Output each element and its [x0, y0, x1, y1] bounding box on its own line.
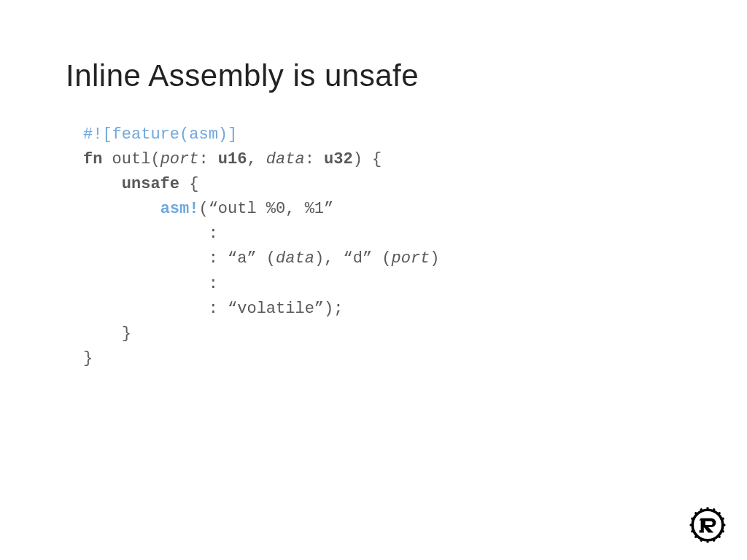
param-data: data: [266, 150, 305, 168]
svg-rect-9: [706, 539, 708, 542]
colon: :: [209, 225, 218, 243]
type-u32: u32: [324, 150, 353, 168]
sep: :: [305, 150, 324, 168]
param-port: port: [160, 150, 199, 168]
var-data: data: [276, 249, 314, 268]
kw-unsafe: unsafe: [122, 175, 179, 193]
indent: [83, 225, 209, 243]
indent: [83, 324, 122, 343]
type-u16: u16: [218, 150, 247, 168]
sep: ,: [247, 150, 266, 168]
indent: [83, 175, 122, 193]
constraint: : “a” (: [209, 249, 276, 268]
code-attr: #![feature(asm)]: [83, 125, 237, 144]
svg-rect-1: [706, 508, 708, 511]
fn-name: outl(: [102, 150, 160, 168]
code-block: #![feature(asm)] fn outl(port: u16, data…: [83, 122, 681, 371]
svg-rect-5: [721, 524, 725, 526]
rust-logo-icon: [689, 506, 727, 544]
volatile: : “volatile”);: [209, 300, 344, 318]
slide: Inline Assembly is unsafe #![feature(asm…: [0, 0, 747, 560]
slide-title: Inline Assembly is unsafe: [66, 58, 681, 93]
brace: {: [179, 175, 198, 193]
kw-fn: fn: [83, 150, 102, 168]
brace: }: [83, 349, 93, 368]
brace: }: [122, 324, 131, 343]
sep: :: [198, 150, 217, 168]
brace: ) {: [353, 150, 382, 168]
indent: [83, 200, 160, 218]
indent: [83, 275, 209, 293]
colon: :: [209, 275, 218, 293]
indent: [83, 300, 209, 318]
asm-macro: asm!: [160, 200, 199, 218]
constraint: ): [430, 249, 439, 268]
indent: [83, 249, 209, 268]
var-port: port: [392, 249, 430, 268]
constraint: ), “d” (: [314, 249, 392, 268]
svg-rect-13: [690, 524, 694, 526]
asm-body: (“outl %0, %1”: [198, 200, 333, 218]
